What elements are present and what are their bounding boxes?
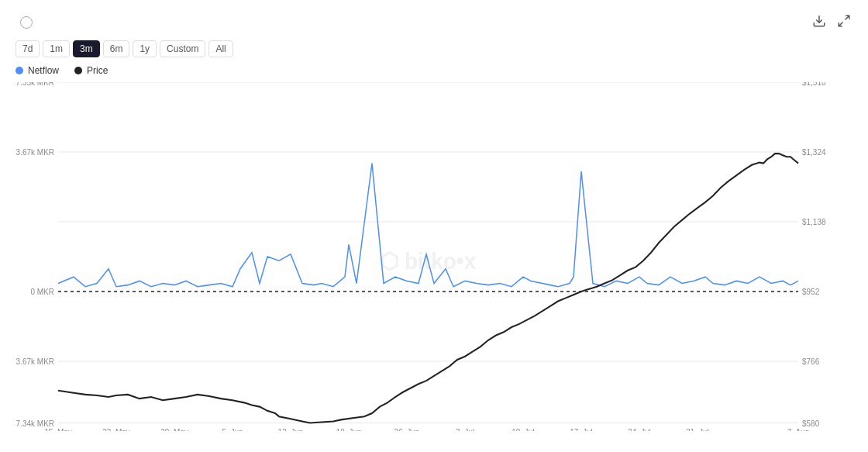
svg-text:10. Jul: 10. Jul [512, 428, 534, 431]
filter-btn-custom[interactable]: Custom [160, 40, 205, 57]
legend-price-label: Price [87, 65, 108, 76]
page-container: 7d1m3m6m1yCustomAll Netflow Price 47.35k… [0, 0, 868, 452]
svg-text:0 MKR: 0 MKR [30, 288, 54, 296]
svg-text:$580: $580 [802, 419, 820, 428]
filter-btn-7d[interactable]: 7d [16, 40, 40, 57]
svg-text:$1,138: $1,138 [802, 218, 826, 226]
header-actions [811, 12, 852, 33]
filter-btn-6m[interactable]: 6m [103, 40, 130, 57]
svg-text:47.35k MKR: 47.35k MKR [16, 82, 54, 87]
svg-text:$952: $952 [802, 288, 820, 296]
svg-text:19. Jun: 19. Jun [336, 428, 362, 431]
expand-button[interactable] [835, 12, 852, 33]
legend-netflow-label: Netflow [28, 65, 59, 76]
svg-text:-23.67k MKR: -23.67k MKR [16, 357, 54, 366]
chart-svg: 47.35k MKR 23.67k MKR 0 MKR -23.67k MKR … [16, 82, 852, 431]
filter-btn-all[interactable]: All [208, 40, 232, 57]
price-dot [74, 67, 82, 74]
svg-text:22. May: 22. May [102, 428, 130, 431]
svg-text:$766: $766 [802, 357, 820, 366]
svg-text:12. Jun: 12. Jun [278, 428, 304, 431]
legend-netflow: Netflow [16, 65, 59, 76]
svg-line-2 [839, 22, 842, 26]
filter-btn-1m[interactable]: 1m [43, 40, 70, 57]
time-filters: 7d1m3m6m1yCustomAll [16, 40, 852, 57]
svg-text:15. May: 15. May [44, 428, 72, 431]
info-icon[interactable] [20, 16, 33, 29]
svg-text:-47.34k MKR: -47.34k MKR [16, 419, 54, 428]
legend-price: Price [74, 65, 108, 76]
svg-text:$1,510: $1,510 [802, 82, 826, 87]
svg-text:24. Jul: 24. Jul [628, 428, 650, 431]
title-row [16, 16, 33, 29]
svg-line-1 [846, 16, 849, 19]
filter-btn-1y[interactable]: 1y [133, 40, 157, 57]
download-button[interactable] [811, 12, 828, 33]
svg-text:3. Jul: 3. Jul [456, 428, 474, 431]
svg-text:17. Jul: 17. Jul [570, 428, 592, 431]
svg-text:31. Jul: 31. Jul [686, 428, 708, 431]
netflow-dot [16, 67, 23, 74]
svg-text:23.67k MKR: 23.67k MKR [16, 148, 54, 157]
svg-text:29. May: 29. May [160, 428, 188, 431]
svg-text:7. Aug: 7. Aug [787, 428, 810, 431]
svg-text:5. Jun: 5. Jun [222, 428, 243, 431]
filter-btn-3m[interactable]: 3m [73, 40, 100, 57]
header [16, 12, 852, 33]
svg-text:$1,324: $1,324 [802, 148, 826, 157]
svg-text:26. Jun: 26. Jun [394, 428, 420, 431]
legend: Netflow Price [16, 65, 852, 76]
chart-area: 47.35k MKR 23.67k MKR 0 MKR -23.67k MKR … [16, 82, 852, 431]
